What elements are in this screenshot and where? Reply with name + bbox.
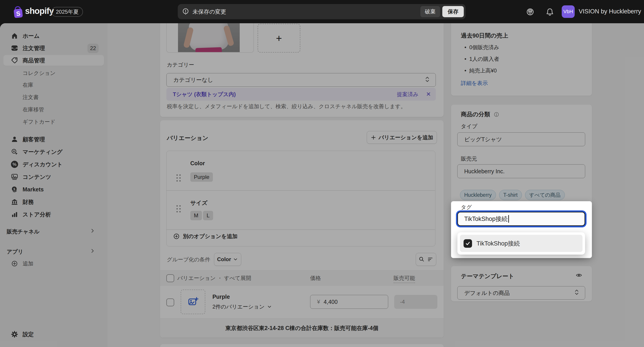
discard-button[interactable]: 破棄 bbox=[420, 6, 440, 17]
unsaved-changes-bar: 未保存の変更 破棄 保存 bbox=[178, 4, 466, 19]
tag-option-row[interactable]: TikTokShop接続 bbox=[460, 235, 582, 252]
sidekick-icon[interactable] bbox=[526, 8, 534, 16]
version-badge: 2025年夏 bbox=[52, 7, 83, 17]
tag-suggestions-popover: TikTokShop接続 bbox=[457, 232, 585, 255]
svg-text:S: S bbox=[16, 10, 21, 17]
tag-input-value: TikTokShop接続 bbox=[464, 215, 508, 223]
alert-icon bbox=[182, 8, 190, 16]
shopify-logo-icon: S bbox=[12, 5, 24, 19]
app-frame: ホーム 注文管理 22 商品管理 bbox=[0, 23, 644, 347]
unsaved-changes-text: 未保存の変更 bbox=[192, 8, 226, 16]
tag-option-label: TikTokShop接続 bbox=[476, 240, 520, 248]
tag-label: タグ bbox=[461, 204, 472, 211]
account-avatar[interactable]: VbH bbox=[562, 5, 575, 18]
shopify-wordmark: shopify bbox=[25, 6, 54, 16]
topbar: S shopify 2025年夏 未保存の変更 破棄 保存 VbH VISION… bbox=[0, 0, 644, 23]
checkbox-checked-icon[interactable] bbox=[464, 239, 472, 248]
dim-overlay bbox=[0, 23, 644, 347]
tag-spotlight-panel: タグ TikTokShop接続 TikTokShop接続 bbox=[451, 201, 592, 258]
account-name[interactable]: VISION by Huckleberry bbox=[579, 8, 641, 15]
save-button[interactable]: 保存 bbox=[442, 6, 464, 17]
text-cursor bbox=[508, 215, 509, 223]
bell-icon[interactable] bbox=[546, 8, 554, 16]
tag-input[interactable]: TikTokShop接続 bbox=[457, 212, 585, 226]
